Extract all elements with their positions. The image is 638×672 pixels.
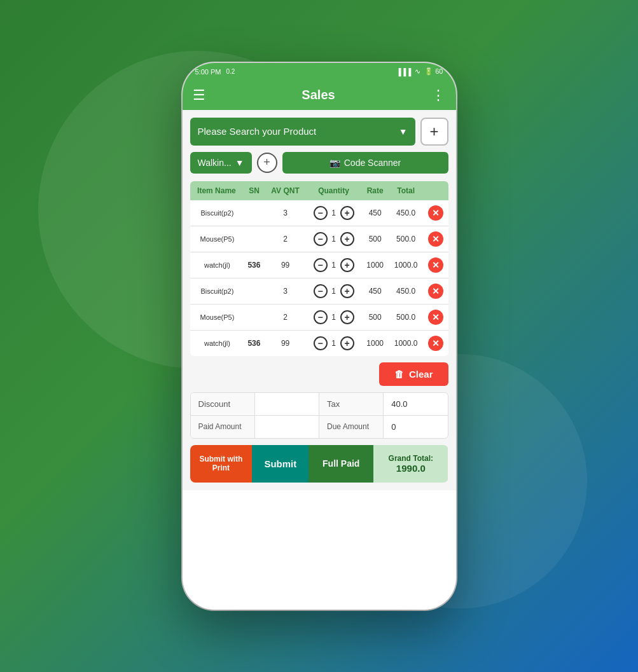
delete-row-button[interactable]: ✕ <box>428 310 443 325</box>
cell-delete[interactable]: ✕ <box>423 330 448 356</box>
decrement-button[interactable]: − <box>314 206 328 220</box>
qty-value: 1 <box>329 339 339 348</box>
col-item-name: Item Name <box>190 181 244 200</box>
cell-rate: 500 <box>361 226 388 252</box>
qty-value: 1 <box>329 261 339 270</box>
code-scanner-button[interactable]: 📷 Code Scanner <box>282 152 448 174</box>
delete-row-button[interactable]: ✕ <box>428 336 443 351</box>
decrement-button[interactable]: − <box>314 232 328 246</box>
paid-amount-label: Paid Amount <box>191 416 255 438</box>
col-total: Total <box>389 181 424 200</box>
cell-av-qnt: 3 <box>265 278 306 304</box>
full-paid-button[interactable]: Full Paid <box>309 445 373 483</box>
cell-total: 450.0 <box>389 278 424 304</box>
cell-rate: 1000 <box>361 330 388 356</box>
cell-quantity: − 1 + <box>306 200 362 226</box>
paid-amount-value[interactable] <box>255 416 319 438</box>
tax-label: Tax <box>319 393 384 415</box>
app-header: ☰ Sales ⋮ <box>183 81 456 110</box>
cell-av-qnt: 2 <box>265 226 306 252</box>
chevron-down-icon: ▼ <box>399 127 408 137</box>
cell-quantity: − 1 + <box>306 252 362 278</box>
discount-input[interactable] <box>263 399 311 409</box>
qty-value: 1 <box>329 287 339 296</box>
cell-total: 1000.0 <box>389 330 424 356</box>
cell-sn: 536 <box>243 252 265 278</box>
cell-delete[interactable]: ✕ <box>423 200 448 226</box>
decrement-button[interactable]: − <box>314 310 328 324</box>
due-amount-label: Due Amount <box>319 416 384 438</box>
product-search-dropdown[interactable]: Please Search your Product ▼ <box>190 118 415 146</box>
due-amount-value: 0 <box>384 416 447 438</box>
increment-button[interactable]: + <box>340 310 354 324</box>
cell-quantity: − 1 + <box>306 226 362 252</box>
cell-rate: 500 <box>361 304 388 330</box>
search-row: Please Search your Product ▼ + <box>190 118 448 146</box>
delete-row-button[interactable]: ✕ <box>428 257 443 273</box>
cell-sn <box>243 304 265 330</box>
cell-av-qnt: 2 <box>265 304 306 330</box>
clear-button[interactable]: 🗑 Clear <box>379 362 448 386</box>
table-row: watch(jl) 536 99 − 1 + 1000 1000.0 ✕ <box>190 252 448 278</box>
increment-button[interactable]: + <box>340 258 354 272</box>
cell-delete[interactable]: ✕ <box>423 278 448 304</box>
summary-grid: Discount Tax 40.0 Paid Amount Due Amount… <box>190 392 448 439</box>
more-options-icon[interactable]: ⋮ <box>431 87 445 104</box>
qty-value: 1 <box>329 209 339 217</box>
cell-quantity: − 1 + <box>306 304 362 330</box>
col-quantity: Quantity <box>306 181 362 200</box>
paid-amount-input[interactable] <box>263 422 311 432</box>
table-row: Biscuit(p2) 3 − 1 + 450 450.0 ✕ <box>190 278 448 304</box>
cell-quantity: − 1 + <box>306 278 362 304</box>
cell-item-name: watch(jl) <box>190 330 244 356</box>
app-body: Please Search your Product ▼ + Walkin...… <box>183 110 456 490</box>
phone-shell: 5:00 PM 0.2 ▐▐▐ ∿ 🔋 60 ☰ Sales ⋮ Please … <box>183 63 456 610</box>
cell-delete[interactable]: ✕ <box>423 226 448 252</box>
add-customer-button[interactable]: + <box>257 153 277 173</box>
discount-value[interactable] <box>255 393 319 415</box>
delete-row-button[interactable]: ✕ <box>428 284 443 299</box>
cell-quantity: − 1 + <box>306 330 362 356</box>
cell-rate: 450 <box>361 278 388 304</box>
cell-total: 500.0 <box>389 304 424 330</box>
cell-delete[interactable]: ✕ <box>423 252 448 278</box>
increment-button[interactable]: + <box>340 232 354 246</box>
increment-button[interactable]: + <box>340 206 354 220</box>
camera-icon: 📷 <box>329 158 340 168</box>
tax-value: 40.0 <box>384 393 447 415</box>
cell-sn: 536 <box>243 330 265 356</box>
cell-item-name: Mouse(P5) <box>190 304 244 330</box>
cell-av-qnt: 99 <box>265 330 306 356</box>
grand-total-value: 1990.0 <box>380 463 441 474</box>
delete-row-button[interactable]: ✕ <box>428 205 443 221</box>
col-action <box>423 181 448 200</box>
increment-button[interactable]: + <box>340 336 354 350</box>
cell-delete[interactable]: ✕ <box>423 304 448 330</box>
add-product-button[interactable]: + <box>420 118 448 146</box>
table-row: watch(jl) 536 99 − 1 + 1000 1000.0 ✕ <box>190 330 448 356</box>
table-row: Biscuit(p2) 3 − 1 + 450 450.0 ✕ <box>190 200 448 226</box>
cell-sn <box>243 200 265 226</box>
cell-item-name: Biscuit(p2) <box>190 278 244 304</box>
menu-icon[interactable]: ☰ <box>193 87 205 104</box>
cell-av-qnt: 99 <box>265 252 306 278</box>
decrement-button[interactable]: − <box>314 284 328 298</box>
cell-item-name: watch(jl) <box>190 252 244 278</box>
wifi-icon: ∿ <box>415 67 420 76</box>
customer-dropdown[interactable]: Walkin... ▼ <box>190 152 252 174</box>
submit-with-print-button[interactable]: Submit with Print <box>190 445 253 483</box>
qty-value: 1 <box>329 235 339 243</box>
decrement-button[interactable]: − <box>314 336 328 350</box>
table-row: Mouse(P5) 2 − 1 + 500 500.0 ✕ <box>190 304 448 330</box>
cell-total: 450.0 <box>389 200 424 226</box>
trash-icon: 🗑 <box>394 369 404 380</box>
status-bar: 5:00 PM 0.2 ▐▐▐ ∿ 🔋 60 <box>183 63 456 81</box>
increment-button[interactable]: + <box>340 284 354 298</box>
customer-row: Walkin... ▼ + 📷 Code Scanner <box>190 152 448 174</box>
submit-button[interactable]: Submit <box>252 445 309 483</box>
decrement-button[interactable]: − <box>314 258 328 272</box>
cell-rate: 1000 <box>361 252 388 278</box>
delete-row-button[interactable]: ✕ <box>428 231 443 247</box>
discount-tax-row: Discount Tax 40.0 <box>191 393 448 416</box>
cell-av-qnt: 3 <box>265 200 306 226</box>
